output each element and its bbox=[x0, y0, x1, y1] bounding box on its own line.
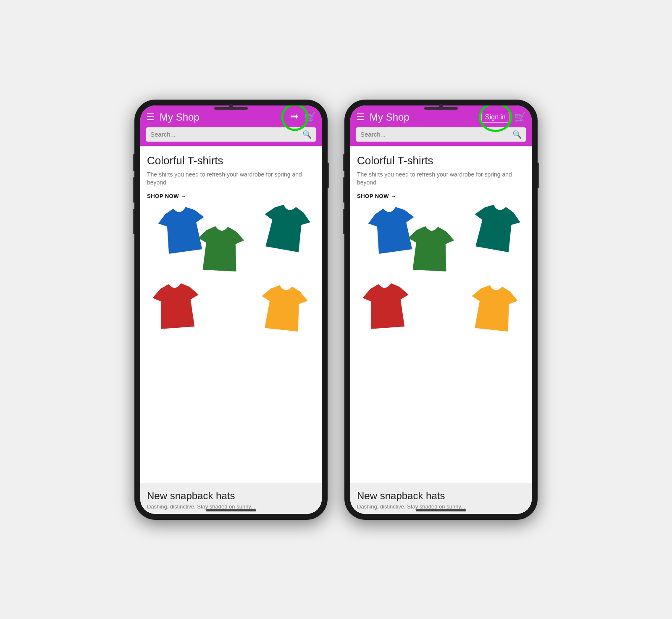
home-indicator-1 bbox=[206, 509, 256, 511]
vol-down-button-1 bbox=[133, 177, 134, 203]
search-input-2[interactable] bbox=[360, 131, 510, 138]
hero-section-1: Colorful T-shirts The shirts you need to… bbox=[140, 146, 322, 483]
app-header-1: ☰ My Shop ⮕ 🛒 🔍 bbox=[140, 105, 322, 146]
camera-1 bbox=[229, 104, 233, 108]
tshirt-green-1 bbox=[192, 223, 249, 278]
hero-desc-2: The shirts you need to refresh your ward… bbox=[357, 171, 525, 187]
toolbar-2: ☰ My Shop Sign in 🛒 bbox=[356, 111, 526, 123]
tshirt-red-2 bbox=[357, 279, 415, 335]
vol-up-button-1 bbox=[133, 154, 134, 171]
search-icon-2: 🔍 bbox=[512, 130, 522, 139]
tshirt-teal-1 bbox=[254, 203, 315, 260]
search-icon-1: 🔍 bbox=[302, 130, 312, 139]
tshirt-green-2 bbox=[402, 223, 459, 278]
toolbar-1: ☰ My Shop ⮕ 🛒 bbox=[146, 111, 316, 123]
power-button-1 bbox=[328, 163, 329, 188]
search-bar-1: 🔍 bbox=[146, 127, 316, 142]
app-content-2: Colorful T-shirts The shirts you need to… bbox=[350, 146, 532, 514]
hero-title-2: Colorful T-shirts bbox=[357, 154, 525, 167]
app-title-1: My Shop bbox=[160, 111, 287, 123]
power-button-2 bbox=[538, 163, 539, 188]
screen-1: ☰ My Shop ⮕ 🛒 🔍 Colorful T-shirts The s bbox=[140, 105, 322, 514]
silent-button-2 bbox=[343, 209, 344, 234]
comparison-layout: ☰ My Shop ⮕ 🛒 🔍 Colorful T-shirts The s bbox=[134, 100, 538, 520]
app-content-1: Colorful T-shirts The shirts you need to… bbox=[140, 146, 322, 514]
search-input-1[interactable] bbox=[150, 131, 300, 138]
camera-2 bbox=[439, 104, 443, 108]
app-header-2: ☰ My Shop Sign in 🛒 🔍 bbox=[350, 105, 532, 146]
phone-1: ☰ My Shop ⮕ 🛒 🔍 Colorful T-shirts The s bbox=[134, 100, 328, 520]
bottom-desc-1: Dashing, distinctive. Stay shaded on sun… bbox=[147, 503, 315, 510]
tshirts-display-2 bbox=[357, 203, 525, 338]
hero-title-1: Colorful T-shirts bbox=[147, 154, 315, 167]
shop-now-button-2[interactable]: SHOP NOW → bbox=[357, 193, 525, 199]
tshirts-display-1 bbox=[147, 203, 315, 338]
tshirt-teal-2 bbox=[464, 203, 525, 260]
hero-desc-1: The shirts you need to refresh your ward… bbox=[147, 171, 315, 187]
bottom-title-1: New snapback hats bbox=[147, 490, 315, 502]
shop-now-button-1[interactable]: SHOP NOW → bbox=[147, 193, 315, 199]
tshirt-yellow-1 bbox=[254, 281, 313, 337]
cart-icon-2[interactable]: 🛒 bbox=[514, 112, 526, 123]
silent-button-1 bbox=[133, 209, 134, 234]
menu-icon-1[interactable]: ☰ bbox=[146, 112, 155, 123]
screen-2: ☰ My Shop Sign in 🛒 🔍 Colorful T-shirts bbox=[350, 105, 532, 514]
bottom-title-2: New snapback hats bbox=[357, 490, 525, 502]
bottom-desc-2: Dashing, distinctive. Stay shaded on sun… bbox=[357, 503, 525, 510]
home-indicator-2 bbox=[416, 509, 466, 511]
hero-section-2: Colorful T-shirts The shirts you need to… bbox=[350, 146, 532, 483]
vol-up-button-2 bbox=[343, 154, 344, 171]
tshirt-yellow-2 bbox=[464, 281, 523, 337]
app-title-2: My Shop bbox=[370, 111, 478, 123]
tshirt-red-1 bbox=[147, 279, 205, 335]
signin-text-button-2[interactable]: Sign in bbox=[481, 112, 509, 123]
cart-icon-1[interactable]: 🛒 bbox=[304, 112, 316, 123]
phone-2: ☰ My Shop Sign in 🛒 🔍 Colorful T-shirts bbox=[344, 100, 538, 520]
menu-icon-2[interactable]: ☰ bbox=[356, 112, 365, 123]
signin-icon-button-1[interactable]: ⮕ bbox=[290, 112, 299, 123]
vol-down-button-2 bbox=[343, 177, 344, 203]
search-bar-2: 🔍 bbox=[356, 127, 526, 142]
